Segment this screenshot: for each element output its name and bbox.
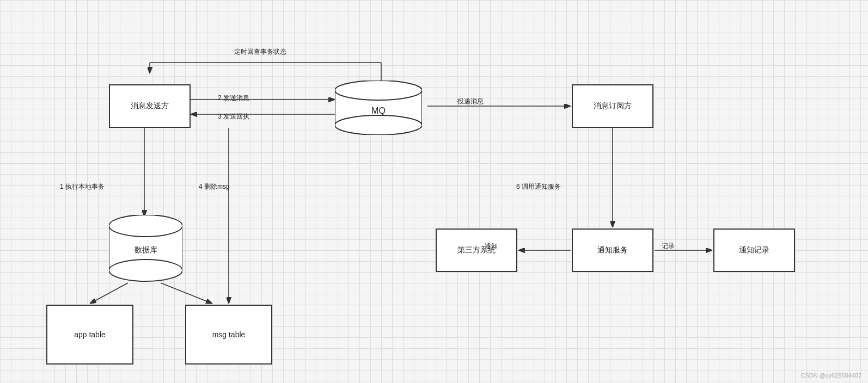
subscriber-box: 消息订阅方 [572, 84, 653, 128]
sender-box: 消息发送方 [109, 84, 191, 128]
label-delete-msg: 4 删除msg [199, 182, 230, 192]
svg-point-19 [109, 215, 182, 237]
msg-table-box: msg table [185, 305, 272, 365]
svg-point-15 [335, 81, 422, 100]
mq-cylinder: MQ [335, 81, 422, 135]
label-local-tx: 1 执行本地事务 [60, 182, 105, 192]
db-cylinder: 数据库 [109, 215, 182, 283]
label-notify: 通知 [485, 242, 498, 251]
label-deliver-msg: 投递消息 [457, 97, 484, 106]
notify-record-box: 通知记录 [713, 228, 795, 272]
label-send-msg: 2 发送消息 [218, 94, 249, 103]
svg-point-20 [109, 260, 182, 281]
label-record: 记录 [662, 242, 675, 251]
svg-line-9 [90, 283, 128, 304]
label-check-status: 定时回查事务状态 [234, 47, 286, 57]
notification-box: 通知服务 [572, 228, 653, 272]
third-party-box: 第三方系统 [436, 228, 517, 272]
svg-line-10 [161, 283, 212, 304]
diagram: 消息发送方 MQ 消息订阅方 数据库 通知服务 第三方系统 [0, 0, 868, 383]
label-call-notify: 6 调用通知服务 [516, 182, 561, 192]
svg-point-16 [335, 115, 422, 135]
app-table-box: app table [46, 305, 133, 365]
watermark: CSDN @cy629584407 [801, 372, 861, 379]
label-send-ack: 3 发送回执 [218, 112, 249, 121]
svg-text:MQ: MQ [371, 106, 386, 115]
svg-text:数据库: 数据库 [135, 245, 157, 254]
